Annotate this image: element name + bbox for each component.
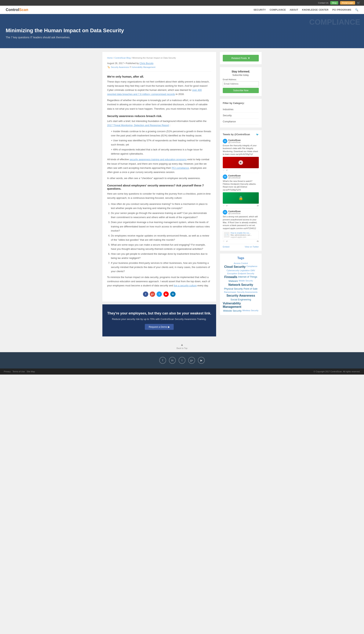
tag-vulnerability[interactable]: Vulnerability Management <box>223 302 259 309</box>
tag-access-control[interactable]: Access Control <box>234 262 248 264</box>
tag-security-awareness[interactable]: Security Awareness <box>111 66 129 68</box>
nav-security[interactable]: SECURITY <box>254 9 266 11</box>
breadcrumb-home[interactable]: Home <box>107 57 112 59</box>
tag-website[interactable]: Website Security <box>223 309 242 312</box>
tag-compliance[interactable]: Compliance <box>246 265 257 269</box>
search-icon[interactable]: 🔍 <box>355 8 358 11</box>
tag-cloud-security[interactable]: Cloud Security <box>224 265 246 269</box>
tag-cybersecurity[interactable]: Cybersecurity Legislation <box>226 269 250 272</box>
tag-iot[interactable]: Internet of Things <box>238 275 257 279</box>
article-column: Home / ControlScan Blog / Minimizing the… <box>102 52 216 336</box>
article-heading-3: Concerned about employees' security awar… <box>107 184 212 190</box>
share-linkedin[interactable]: in <box>170 292 176 297</box>
view-twitter-link[interactable]: View on Twitter <box>245 246 259 248</box>
tag-network[interactable]: Network <box>228 283 240 287</box>
tweet-like-icon[interactable]: ♡ <box>223 169 224 171</box>
filter-compliance[interactable]: Compliance <box>223 119 259 125</box>
tag-ransomware[interactable]: Ransomware <box>224 291 236 293</box>
breadcrumb: Home / ControlScan Blog / Minimizing the… <box>107 57 212 59</box>
play-icon[interactable]: ▶ <box>238 160 243 165</box>
back-to-top-button[interactable]: ▲ Back to Top <box>3 343 361 349</box>
tag-social-engineering[interactable]: Social Engineering <box>230 298 251 301</box>
portal-login-button[interactable]: Portal Login <box>340 1 355 5</box>
nav-about[interactable]: ABOUT <box>290 9 298 11</box>
tweet-name-2: ControlScan <box>228 175 240 177</box>
tag-emv[interactable]: EMV <box>251 269 255 272</box>
article-link-4[interactable]: PCI compliance <box>172 167 189 169</box>
tag-endpoint[interactable]: Endpoint Security <box>238 272 254 275</box>
footer-linkedin-button[interactable]: in <box>169 357 176 364</box>
article-p2: Regardless of whether the employee is kn… <box>107 98 212 111</box>
cart-icon[interactable]: 🛒 <box>357 1 360 4</box>
share-youtube[interactable]: ▶ <box>164 292 169 297</box>
list-item: Do your senior people go through the awa… <box>111 211 212 219</box>
footer-facebook-button[interactable]: f <box>159 357 166 364</box>
footer-terms[interactable]: Terms of Use <box>12 370 25 373</box>
tweet-retweet-icon[interactable]: ↺ <box>226 169 228 171</box>
tag-firewalls[interactable]: Firewalls <box>224 275 237 279</box>
tweet-actions-1: ♡ ↺ <box>223 169 259 171</box>
related-posts-button[interactable]: Related Posts ▼ <box>223 55 259 62</box>
article-published-by: • Published by <box>124 62 140 65</box>
tweet-time-3: 4h <box>257 240 259 242</box>
tag-encryption[interactable]: Encryption <box>227 272 237 275</box>
article-author[interactable]: Chris Bucolo <box>140 62 154 65</box>
related-posts-card: Related Posts ▼ <box>220 52 262 64</box>
tweet-like-icon[interactable]: ♡ <box>223 205 224 207</box>
filter-industries[interactable]: Industries <box>223 106 259 113</box>
embed-link[interactable]: Embed <box>223 246 230 248</box>
tweet-avatar-2: CS <box>223 175 227 179</box>
cta-button[interactable]: Request a Demo <box>145 324 174 330</box>
tweet-retweet-icon[interactable]: ↺ <box>226 205 228 207</box>
email-input[interactable] <box>223 81 259 86</box>
breadcrumb-blog[interactable]: ControlScan Blog <box>114 57 131 59</box>
tag-mobile[interactable]: Mobile Security <box>239 280 253 282</box>
footer-links: Privacy Terms of Use Site Map <box>4 370 35 373</box>
share-facebook[interactable]: f <box>143 292 148 297</box>
tag-assessments[interactable]: Security Assessments <box>237 291 258 293</box>
tweet-handle-3: @ControlScan <box>228 212 240 215</box>
filter-security[interactable]: Security <box>223 113 259 119</box>
footer-youtube-button[interactable]: ▶ <box>198 357 205 364</box>
tags-heading: Tags <box>223 256 259 260</box>
footer-sitemap[interactable]: Site Map <box>27 370 35 373</box>
share-twitter[interactable]: t <box>156 292 162 297</box>
up-arrow-icon: ▲ <box>180 343 184 346</box>
blog-button[interactable]: Blog <box>330 1 338 5</box>
footer-googleplus-button[interactable]: g+ <box>188 357 195 364</box>
subscribe-button[interactable]: Subscribe Now <box>223 88 259 93</box>
footer-privacy[interactable]: Privacy <box>4 370 10 373</box>
hero-overlay-text: compliance <box>309 18 360 26</box>
tag-pos[interactable]: Point of Sale <box>244 287 258 290</box>
nav-pci[interactable]: PCI PROGRAMS <box>332 9 351 11</box>
tag-physical[interactable]: Physical Security <box>224 287 243 290</box>
tweet-like-icon[interactable]: ♡ <box>223 240 224 242</box>
hero-subtitle: The 7 key questions IT leaders should as… <box>6 36 358 39</box>
nav-compliance[interactable]: COMPLIANCE <box>270 9 286 11</box>
article-p3: Let's start with a brief, but interestin… <box>107 119 212 128</box>
lock-icon: 🔒 <box>238 196 243 200</box>
subscribe-heading: Stay informed. <box>223 70 259 73</box>
nav-knowledge[interactable]: KNOWLEDGE CENTER <box>302 9 328 11</box>
article-date: August 28, 2017 <box>107 62 124 65</box>
article-link-5[interactable]: live a security culture <box>174 284 196 287</box>
tweet-handle-1: @ControlScan <box>228 141 240 143</box>
related-posts-label: Related Posts <box>232 57 247 60</box>
tag-security[interactable]: Security <box>241 283 253 287</box>
tweet-image-1: ▶ <box>223 157 259 168</box>
link-preview-title[interactable]: How to enable the roo... <box>230 232 252 234</box>
back-to-top: ▲ Back to Top <box>0 340 364 352</box>
footer-twitter-button[interactable]: t <box>178 357 186 364</box>
cta-subtext: Reduce your security risk by up to 70% w… <box>106 318 212 321</box>
tag-security-awareness[interactable]: Security Awareness <box>226 294 255 297</box>
article-link-2[interactable]: 2017 Threat Monitoring, Detection and Re… <box>107 124 169 127</box>
article-link-3[interactable]: security awareness training and educatio… <box>130 158 186 161</box>
contact-us-link[interactable]: Contact Us <box>318 2 328 4</box>
tag-wireless[interactable]: Wireless Security <box>242 309 258 312</box>
tag-malware[interactable]: Malware <box>229 280 238 282</box>
tag-vulnerability-management[interactable]: Vulnerability Management <box>132 66 156 68</box>
tweet-retweet-icon[interactable]: ↺ <box>226 240 228 242</box>
share-googleplus[interactable]: g+ <box>150 292 155 297</box>
tweet-user-1: CS ControlScan @ControlScan <box>223 139 259 143</box>
logo[interactable]: ControlScan <box>6 8 28 12</box>
